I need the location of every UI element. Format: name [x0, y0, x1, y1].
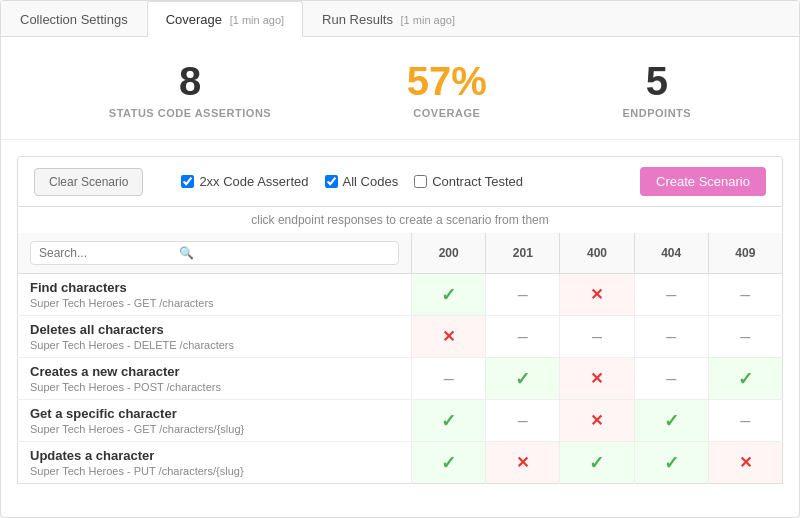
cell-0-0[interactable]: ✓	[412, 274, 486, 316]
check-icon: ✓	[441, 453, 456, 473]
filter-checkboxes: 2xx Code Asserted All Codes Contract Tes…	[181, 174, 523, 189]
endpoint-name: Find characters	[30, 280, 399, 295]
endpoint-sub: Super Tech Heroes - GET /characters	[30, 297, 399, 309]
check-icon: ✓	[664, 411, 679, 431]
stats-row: 8 STATUS CODE ASSERTIONS 57% COVERAGE 5 …	[1, 37, 799, 140]
cell-0-1[interactable]: –	[486, 274, 560, 316]
filter-bar: Clear Scenario 2xx Code Asserted All Cod…	[17, 156, 783, 207]
cell-1-2[interactable]: –	[560, 316, 634, 358]
filter-left: Clear Scenario 2xx Code Asserted All Cod…	[34, 168, 523, 196]
app-window: Collection Settings Coverage [1 min ago]…	[0, 0, 800, 518]
dash-icon: –	[518, 284, 528, 304]
endpoints-label: ENDPOINTS	[623, 107, 692, 119]
check-icon: ✓	[738, 369, 753, 389]
checkbox-all[interactable]	[325, 175, 338, 188]
endpoint-name-cell: Updates a characterSuper Tech Heroes - P…	[18, 442, 412, 484]
cell-3-0[interactable]: ✓	[412, 400, 486, 442]
table-header-row: 🔍 200 201 400 404 409	[18, 233, 783, 274]
dash-icon: –	[666, 326, 676, 346]
cross-icon: ✕	[590, 370, 603, 387]
search-input[interactable]	[39, 246, 179, 260]
cell-4-1[interactable]: ✕	[486, 442, 560, 484]
check-icon: ✓	[515, 369, 530, 389]
create-scenario-button[interactable]: Create Scenario	[640, 167, 766, 196]
cell-2-3[interactable]: –	[634, 358, 708, 400]
stat-coverage: 57% COVERAGE	[407, 61, 487, 119]
checkbox-contract-label[interactable]: Contract Tested	[414, 174, 523, 189]
dash-icon: –	[518, 326, 528, 346]
col-header-409: 409	[708, 233, 782, 274]
cell-2-4[interactable]: ✓	[708, 358, 782, 400]
clear-scenario-button[interactable]: Clear Scenario	[34, 168, 143, 196]
coverage-label: COVERAGE	[407, 107, 487, 119]
search-wrap: 🔍	[30, 241, 399, 265]
endpoint-name: Deletes all characters	[30, 322, 399, 337]
cell-1-1[interactable]: –	[486, 316, 560, 358]
cell-2-2[interactable]: ✕	[560, 358, 634, 400]
dash-icon: –	[740, 284, 750, 304]
checkbox-all-label[interactable]: All Codes	[325, 174, 399, 189]
cell-4-4[interactable]: ✕	[708, 442, 782, 484]
check-icon: ✓	[589, 453, 604, 473]
check-icon: ✓	[664, 453, 679, 473]
dash-icon: –	[518, 410, 528, 430]
checkbox-2xx-label[interactable]: 2xx Code Asserted	[181, 174, 308, 189]
stat-assertions: 8 STATUS CODE ASSERTIONS	[109, 61, 271, 119]
dash-icon: –	[740, 326, 750, 346]
cross-icon: ✕	[516, 454, 529, 471]
cell-1-0[interactable]: ✕	[412, 316, 486, 358]
cross-icon: ✕	[590, 286, 603, 303]
cell-1-4[interactable]: –	[708, 316, 782, 358]
table-row: Updates a characterSuper Tech Heroes - P…	[18, 442, 783, 484]
table-row: Creates a new characterSuper Tech Heroes…	[18, 358, 783, 400]
cross-icon: ✕	[739, 454, 752, 471]
dash-icon: –	[666, 368, 676, 388]
endpoint-name-cell: Find charactersSuper Tech Heroes - GET /…	[18, 274, 412, 316]
cell-2-1[interactable]: ✓	[486, 358, 560, 400]
cell-3-1[interactable]: –	[486, 400, 560, 442]
cell-0-3[interactable]: –	[634, 274, 708, 316]
col-header-201: 201	[486, 233, 560, 274]
endpoint-name-cell: Creates a new characterSuper Tech Heroes…	[18, 358, 412, 400]
col-header-404: 404	[634, 233, 708, 274]
cell-0-2[interactable]: ✕	[560, 274, 634, 316]
cell-4-2[interactable]: ✓	[560, 442, 634, 484]
cell-4-0[interactable]: ✓	[412, 442, 486, 484]
table-row: Find charactersSuper Tech Heroes - GET /…	[18, 274, 783, 316]
assertions-label: STATUS CODE ASSERTIONS	[109, 107, 271, 119]
cell-4-3[interactable]: ✓	[634, 442, 708, 484]
endpoint-sub: Super Tech Heroes - POST /characters	[30, 381, 399, 393]
endpoint-sub: Super Tech Heroes - DELETE /characters	[30, 339, 399, 351]
dash-icon: –	[592, 326, 602, 346]
cell-1-3[interactable]: –	[634, 316, 708, 358]
coverage-value: 57%	[407, 61, 487, 101]
checkbox-2xx[interactable]	[181, 175, 194, 188]
checkbox-contract[interactable]	[414, 175, 427, 188]
endpoint-sub: Super Tech Heroes - GET /characters/{slu…	[30, 423, 399, 435]
table-row: Get a specific characterSuper Tech Heroe…	[18, 400, 783, 442]
table-row: Deletes all charactersSuper Tech Heroes …	[18, 316, 783, 358]
endpoint-name: Creates a new character	[30, 364, 399, 379]
tab-run-results[interactable]: Run Results [1 min ago]	[303, 1, 474, 37]
cell-3-2[interactable]: ✕	[560, 400, 634, 442]
tab-collection-settings[interactable]: Collection Settings	[1, 1, 147, 37]
cell-3-4[interactable]: –	[708, 400, 782, 442]
coverage-table: 🔍 200 201 400 404 409 Find charactersSup…	[17, 233, 783, 484]
endpoint-name: Get a specific character	[30, 406, 399, 421]
search-icon: 🔍	[179, 246, 194, 260]
stat-endpoints: 5 ENDPOINTS	[623, 61, 692, 119]
tab-coverage[interactable]: Coverage [1 min ago]	[147, 1, 303, 37]
cross-icon: ✕	[590, 412, 603, 429]
cell-0-4[interactable]: –	[708, 274, 782, 316]
assertions-value: 8	[109, 61, 271, 101]
col-header-400: 400	[560, 233, 634, 274]
dash-icon: –	[740, 410, 750, 430]
cell-3-3[interactable]: ✓	[634, 400, 708, 442]
main-content: Clear Scenario 2xx Code Asserted All Cod…	[1, 140, 799, 500]
check-icon: ✓	[441, 285, 456, 305]
endpoint-name: Updates a character	[30, 448, 399, 463]
dash-icon: –	[666, 284, 676, 304]
endpoint-sub: Super Tech Heroes - PUT /characters/{slu…	[30, 465, 399, 477]
cell-2-0[interactable]: –	[412, 358, 486, 400]
endpoint-name-cell: Deletes all charactersSuper Tech Heroes …	[18, 316, 412, 358]
